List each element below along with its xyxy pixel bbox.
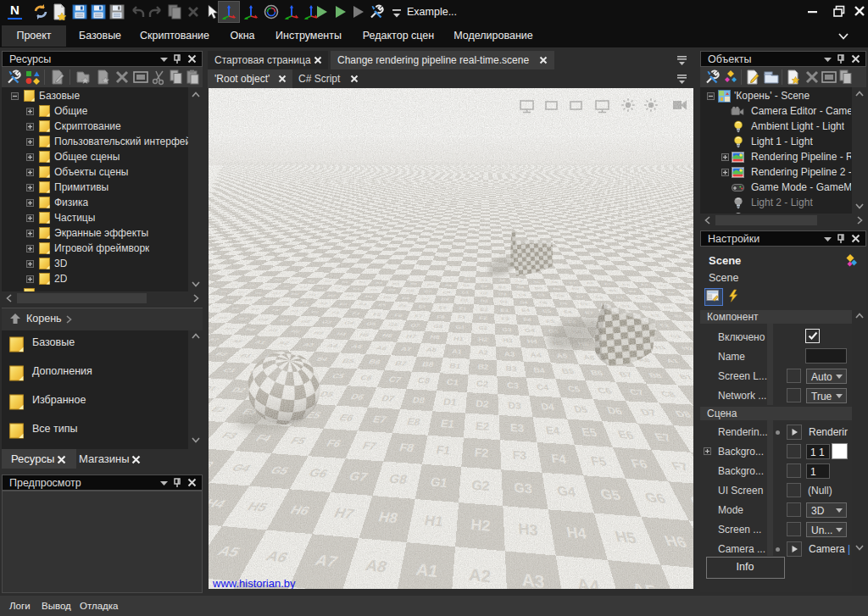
svg-text:www.historian.by: www.historian.by bbox=[212, 577, 296, 589]
